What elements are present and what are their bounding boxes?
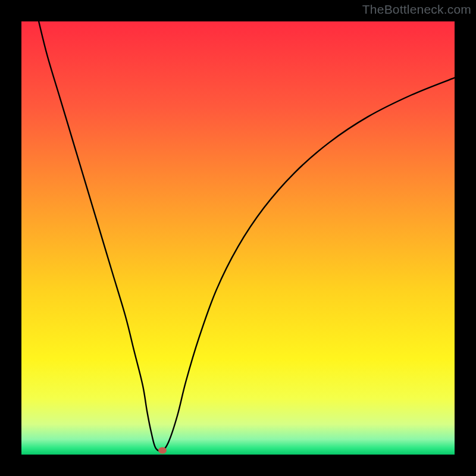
plot-area [21, 21, 455, 455]
optimum-marker [158, 447, 167, 453]
chart-frame: TheBottleneck.com [0, 0, 476, 476]
watermark-text: TheBottleneck.com [362, 2, 471, 17]
bottleneck-curve [39, 21, 455, 451]
curve-layer [21, 21, 455, 455]
